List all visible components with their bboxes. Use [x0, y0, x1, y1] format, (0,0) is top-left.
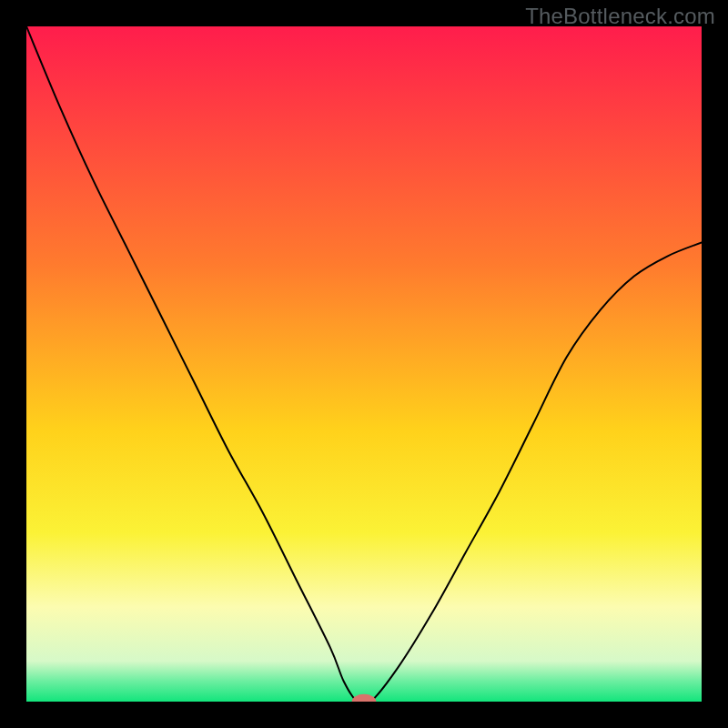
heatmap-background [26, 26, 702, 702]
chart-svg [26, 26, 702, 702]
plot-area [26, 26, 702, 702]
chart-frame: TheBottleneck.com [0, 0, 728, 728]
watermark-text: TheBottleneck.com [525, 4, 715, 29]
